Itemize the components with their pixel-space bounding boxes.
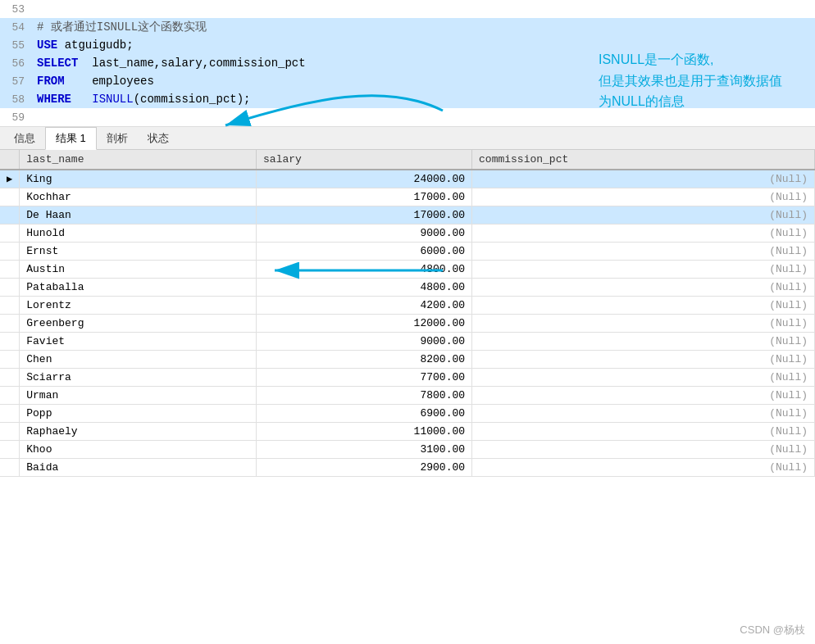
cell-salary: 8200.00 <box>257 351 472 369</box>
row-indicator <box>0 224 20 243</box>
cell-salary: 17000.00 <box>257 188 472 206</box>
cell-last-name: Baida <box>20 459 257 477</box>
cell-last-name: Greenberg <box>20 315 257 333</box>
cell-salary: 6900.00 <box>257 405 472 423</box>
cell-commission-pct: (Null) <box>472 261 815 279</box>
cell-commission-pct: (Null) <box>472 405 815 423</box>
cell-commission-pct: (Null) <box>472 369 815 387</box>
cell-commission-pct: (Null) <box>472 315 815 333</box>
row-indicator <box>0 405 20 423</box>
cell-salary: 12000.00 <box>257 315 472 333</box>
cell-last-name: Chen <box>20 351 257 369</box>
table-row[interactable]: Faviet9000.00(Null) <box>0 333 815 351</box>
row-indicator: ▶ <box>0 170 20 188</box>
table-row[interactable]: Popp6900.00(Null) <box>0 405 815 423</box>
tab-analyze[interactable]: 剖析 <box>97 128 138 149</box>
cell-commission-pct: (Null) <box>472 224 815 243</box>
table-row[interactable]: Hunold9000.00(Null) <box>0 224 815 243</box>
code-line-58: 58 WHERE ISNULL(commission_pct); <box>0 90 815 108</box>
row-indicator <box>0 261 20 279</box>
cell-salary: 6000.00 <box>257 243 472 261</box>
code-section: 53 54 # 或者通过ISNULL这个函数实现 55 USE atguigud… <box>0 0 815 127</box>
code-line-53: 53 <box>0 0 815 18</box>
cell-commission-pct: (Null) <box>472 279 815 297</box>
table-row[interactable]: Raphaely11000.00(Null) <box>0 423 815 441</box>
cell-salary: 9000.00 <box>257 224 472 243</box>
cell-last-name: King <box>20 170 257 188</box>
cell-commission-pct: (Null) <box>472 351 815 369</box>
code-line-55: 55 USE atguigudb; <box>0 36 815 54</box>
table-row[interactable]: Kochhar17000.00(Null) <box>0 188 815 206</box>
tab-info[interactable]: 信息 <box>4 128 45 149</box>
row-indicator <box>0 441 20 459</box>
tab-result1[interactable]: 结果 1 <box>45 127 97 150</box>
row-indicator <box>0 333 20 351</box>
code-line-59: 59 <box>0 108 815 126</box>
cell-salary: 7700.00 <box>257 369 472 387</box>
table-row[interactable]: Pataballa4800.00(Null) <box>0 279 815 297</box>
cell-last-name: Hunold <box>20 224 257 243</box>
tab-status[interactable]: 状态 <box>138 128 179 149</box>
cell-salary: 7800.00 <box>257 387 472 405</box>
results-section: last_name salary commission_pct ▶King240… <box>0 150 815 477</box>
cell-commission-pct: (Null) <box>472 441 815 459</box>
col-indicator <box>0 150 20 170</box>
table-row[interactable]: Baida2900.00(Null) <box>0 459 815 477</box>
row-indicator <box>0 423 20 441</box>
cell-salary: 4200.00 <box>257 297 472 315</box>
cell-commission-pct: (Null) <box>472 243 815 261</box>
app-container: 53 54 # 或者通过ISNULL这个函数实现 55 USE atguigud… <box>0 0 815 644</box>
cell-commission-pct: (Null) <box>472 188 815 206</box>
cell-salary: 4800.00 <box>257 279 472 297</box>
col-salary: salary <box>257 150 472 170</box>
cell-last-name: Faviet <box>20 333 257 351</box>
cell-salary: 9000.00 <box>257 333 472 351</box>
row-indicator <box>0 351 20 369</box>
tabs-bar: 信息 结果 1 剖析 状态 <box>0 127 815 150</box>
code-line-57: 57 FROM employees <box>0 72 815 90</box>
cell-last-name: Raphaely <box>20 423 257 441</box>
table-row[interactable]: Austin4800.00(Null) <box>0 261 815 279</box>
row-indicator <box>0 206 20 224</box>
cell-last-name: Popp <box>20 405 257 423</box>
table-row[interactable]: Urman7800.00(Null) <box>0 387 815 405</box>
table-row[interactable]: De Haan17000.00(Null) <box>0 206 815 224</box>
table-row[interactable]: Sciarra7700.00(Null) <box>0 369 815 387</box>
cell-commission-pct: (Null) <box>472 206 815 224</box>
table-row[interactable]: Khoo3100.00(Null) <box>0 441 815 459</box>
code-line-56: 56 SELECT last_name,salary,commission_pc… <box>0 54 815 72</box>
cell-commission-pct: (Null) <box>472 297 815 315</box>
cell-last-name: De Haan <box>20 206 257 224</box>
table-row[interactable]: Lorentz4200.00(Null) <box>0 297 815 315</box>
row-indicator <box>0 387 20 405</box>
col-last-name: last_name <box>20 150 257 170</box>
table-row[interactable]: Chen8200.00(Null) <box>0 351 815 369</box>
cell-last-name: Kochhar <box>20 188 257 206</box>
cell-salary: 2900.00 <box>257 459 472 477</box>
cell-commission-pct: (Null) <box>472 459 815 477</box>
cell-last-name: Ernst <box>20 243 257 261</box>
table-row[interactable]: Greenberg12000.00(Null) <box>0 315 815 333</box>
watermark: CSDN @杨枝 <box>740 623 805 637</box>
cell-commission-pct: (Null) <box>472 423 815 441</box>
row-indicator <box>0 297 20 315</box>
row-indicator <box>0 459 20 477</box>
row-indicator <box>0 188 20 206</box>
cell-last-name: Khoo <box>20 441 257 459</box>
cell-salary: 17000.00 <box>257 206 472 224</box>
cell-salary: 11000.00 <box>257 423 472 441</box>
row-indicator <box>0 315 20 333</box>
code-line-54: 54 # 或者通过ISNULL这个函数实现 <box>0 18 815 36</box>
table-row[interactable]: ▶King24000.00(Null) <box>0 170 815 188</box>
cell-last-name: Sciarra <box>20 369 257 387</box>
table-row[interactable]: Ernst6000.00(Null) <box>0 243 815 261</box>
cell-commission-pct: (Null) <box>472 170 815 188</box>
cell-salary: 3100.00 <box>257 441 472 459</box>
col-commission-pct: commission_pct <box>472 150 815 170</box>
results-table: last_name salary commission_pct ▶King240… <box>0 150 815 477</box>
row-indicator <box>0 243 20 261</box>
cell-salary: 24000.00 <box>257 170 472 188</box>
cell-commission-pct: (Null) <box>472 333 815 351</box>
cell-salary: 4800.00 <box>257 261 472 279</box>
cell-last-name: Urman <box>20 387 257 405</box>
